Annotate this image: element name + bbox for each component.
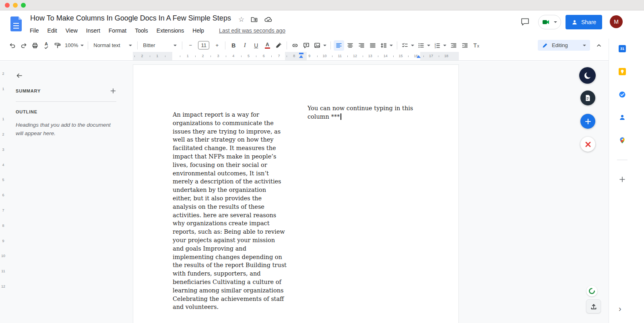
google-tasks-icon[interactable]	[619, 91, 626, 98]
menu-item[interactable]: Tools	[134, 27, 149, 35]
insert-image-button[interactable]	[312, 40, 328, 51]
toolbar-separator	[182, 41, 182, 49]
ruler-number: 11	[332, 52, 347, 60]
align-left-button[interactable]	[334, 40, 344, 51]
extension-status-button[interactable]	[586, 286, 597, 296]
docs-logo-fold	[19, 16, 22, 20]
upload-icon	[590, 302, 598, 311]
ruler-number: 11	[0, 263, 6, 279]
numbered-list-button[interactable]: 123	[432, 40, 448, 51]
close-widget-button[interactable]	[580, 137, 595, 152]
ruler-number: 13	[363, 52, 378, 60]
font-family-select[interactable]: Bitter	[140, 40, 179, 51]
ruler-number	[0, 97, 6, 112]
minimize-window-button[interactable]	[13, 3, 18, 8]
ruler-number: 3	[0, 142, 6, 157]
ruler-number: 6	[0, 187, 6, 203]
dark-mode-toggle-button[interactable]	[579, 67, 596, 84]
highlight-color-button[interactable]	[273, 40, 284, 51]
menu-item[interactable]: View	[65, 27, 78, 35]
toolbar-separator	[287, 41, 287, 49]
bulleted-list-button[interactable]	[416, 40, 431, 51]
justify-button[interactable]	[367, 40, 378, 51]
underline-button[interactable]: U	[251, 40, 261, 51]
bold-button[interactable]: B	[228, 40, 239, 51]
upload-tool-button[interactable]	[586, 299, 601, 313]
align-center-button[interactable]	[345, 40, 355, 51]
paint-format-button[interactable]	[52, 40, 63, 51]
move-to-folder-icon[interactable]	[250, 16, 258, 23]
add-summary-icon[interactable]	[110, 88, 116, 94]
hide-side-panel-icon[interactable]: ›	[619, 304, 621, 313]
first-line-indent-marker[interactable]	[299, 53, 303, 54]
add-action-button[interactable]	[580, 114, 595, 129]
google-docs-logo-icon[interactable]	[10, 16, 22, 31]
star-icon[interactable]: ☆	[238, 15, 244, 24]
decrease-indent-button[interactable]	[448, 40, 459, 51]
svg-text:3: 3	[435, 46, 436, 49]
zoom-select[interactable]: 100%	[64, 40, 85, 51]
document-title[interactable]: How To Make Columns In Google Docs In A …	[30, 14, 231, 23]
zoom-window-button[interactable]	[21, 3, 26, 8]
add-comment-button[interactable]	[301, 40, 312, 51]
paragraph-style-select[interactable]: Normal text	[91, 40, 134, 51]
document-page[interactable]: An impact report is a way for organizati…	[133, 64, 459, 323]
macos-titlebar	[0, 0, 644, 10]
text-color-button[interactable]: A	[262, 40, 272, 51]
ruler-number: 5	[0, 173, 6, 188]
ruler-number: 18	[439, 52, 454, 60]
italic-button[interactable]: I	[239, 40, 250, 51]
menu-item[interactable]: Insert	[85, 27, 101, 35]
google-keep-icon[interactable]	[619, 68, 626, 75]
side-panel-rail: 31 ›	[609, 39, 644, 323]
close-window-button[interactable]	[5, 3, 10, 8]
google-maps-icon[interactable]	[619, 137, 626, 144]
toolbar-separator	[137, 41, 138, 49]
close-outline-icon[interactable]	[14, 71, 24, 80]
join-meet-button[interactable]	[538, 15, 561, 29]
get-add-ons-icon[interactable]	[619, 176, 626, 183]
insert-link-button[interactable]	[290, 40, 300, 51]
menu-item[interactable]: Extensions	[156, 27, 185, 35]
menu-item[interactable]: Edit	[47, 27, 58, 35]
increase-indent-button[interactable]	[460, 40, 470, 51]
decrease-font-size-button[interactable]: −	[185, 40, 196, 51]
horizontal-ruler[interactable]: 21123456789101112131415161718	[0, 52, 609, 61]
editing-mode-select[interactable]: Editing	[538, 40, 590, 51]
google-calendar-icon[interactable]: 31	[619, 45, 626, 52]
document-tool-button[interactable]	[580, 91, 595, 105]
text-cursor	[341, 113, 341, 120]
document-column-1[interactable]: An impact report is a way for organizati…	[173, 111, 287, 311]
align-right-button[interactable]	[356, 40, 367, 51]
menu-item[interactable]: Help	[192, 27, 205, 35]
redo-button[interactable]	[19, 40, 29, 51]
undo-button[interactable]	[7, 40, 18, 51]
increase-font-size-button[interactable]: +	[212, 40, 222, 51]
last-edit-link[interactable]: Last edit was seconds ago	[219, 27, 285, 34]
google-contacts-icon[interactable]	[619, 114, 626, 121]
ruler-number: 5	[241, 52, 256, 60]
checklist-button[interactable]	[400, 40, 415, 51]
ruler-number: 2	[0, 127, 6, 142]
title-actions: ☆	[238, 15, 272, 24]
document-column-2[interactable]: You can now continue typing in this colu…	[308, 104, 421, 311]
spelling-check-button[interactable]: A	[41, 40, 52, 51]
menu-item[interactable]: Format	[108, 27, 127, 35]
right-indent-marker[interactable]	[417, 55, 421, 58]
ruler-number: 8	[0, 218, 6, 233]
clear-formatting-button[interactable]: Tx	[471, 40, 481, 51]
print-button[interactable]	[30, 40, 40, 51]
font-size-input[interactable]: 11	[198, 41, 209, 49]
open-comment-history-icon[interactable]	[520, 17, 530, 26]
hide-menus-button[interactable]	[596, 42, 602, 49]
share-button[interactable]: Share	[566, 15, 602, 29]
document-status-cloud-icon[interactable]	[264, 16, 272, 23]
account-avatar[interactable]: M	[610, 15, 623, 28]
summary-label: SUMMARY	[16, 88, 41, 93]
ruler-number: 2	[134, 52, 150, 60]
line-spacing-button[interactable]	[379, 40, 394, 51]
menu-item[interactable]: File	[29, 27, 40, 35]
ruler-number: 12	[0, 279, 6, 294]
ruler-numbers: 21123456789101112131415161718	[134, 52, 454, 60]
left-indent-marker[interactable]	[299, 55, 303, 58]
